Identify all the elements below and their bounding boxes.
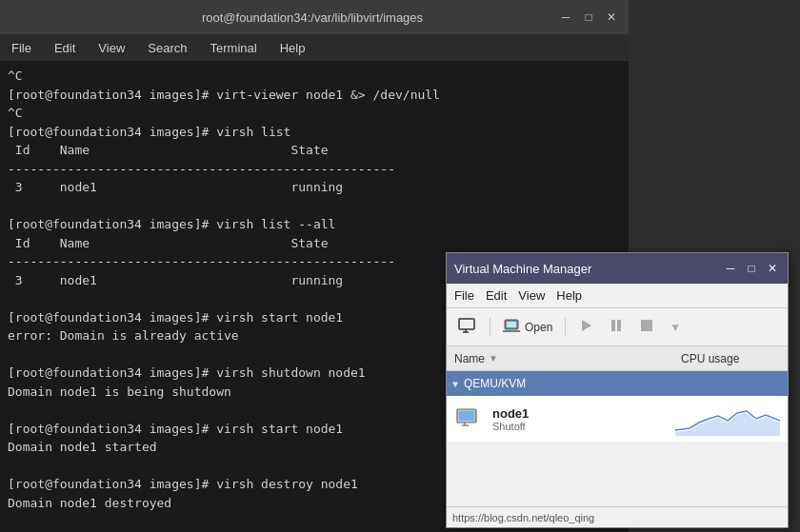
vm-icon (454, 404, 485, 434)
svg-rect-11 (459, 411, 474, 421)
toolbar-separator-2 (565, 318, 566, 337)
menu-terminal[interactable]: Terminal (207, 39, 261, 57)
column-cpu-usage: CPU usage (673, 352, 788, 365)
vmm-menu-file[interactable]: File (454, 288, 474, 303)
pause-icon (609, 318, 624, 336)
chevron-down-icon: ▼ (670, 321, 681, 334)
laptop-icon (503, 318, 522, 336)
svg-rect-0 (459, 319, 474, 329)
monitor-icon (458, 318, 477, 336)
column-header: Name ▼ CPU usage (447, 346, 788, 371)
svg-marker-6 (582, 320, 591, 331)
dropdown-button[interactable]: ▼ (664, 318, 687, 337)
vmm-window: Virtual Machine Manager ─ □ ✕ File Edit … (446, 252, 789, 528)
terminal-window-controls: ─ □ ✕ (558, 10, 619, 25)
svg-rect-4 (507, 322, 516, 327)
menu-file[interactable]: File (8, 39, 35, 57)
pause-button[interactable] (603, 315, 630, 339)
vmm-menu-help[interactable]: Help (556, 288, 582, 303)
vmm-menubar: File Edit View Help (447, 284, 788, 308)
vmm-status-bar: https://blog.csdn.net/qleo_qing (447, 506, 788, 527)
column-name[interactable]: Name ▼ (447, 352, 673, 365)
group-label: QEMU/KVM (464, 377, 526, 390)
menu-help[interactable]: Help (276, 39, 310, 57)
vm-cpu-graph (675, 402, 780, 436)
open-button[interactable]: Open (497, 315, 558, 339)
maximize-button[interactable]: □ (581, 10, 596, 25)
svg-marker-14 (675, 413, 780, 436)
vmm-menu-edit[interactable]: Edit (486, 288, 507, 303)
vmm-close-button[interactable]: ✕ (765, 262, 780, 275)
menu-view[interactable]: View (94, 39, 129, 57)
sort-icon: ▼ (489, 353, 498, 364)
play-icon (578, 318, 593, 336)
svg-rect-9 (641, 320, 652, 331)
vmm-menu-view[interactable]: View (518, 288, 545, 303)
toolbar-separator-1 (490, 318, 490, 337)
minimize-button[interactable]: ─ (558, 10, 573, 25)
vm-row-node1[interactable]: node1 Shutoff (447, 396, 788, 442)
status-url: https://blog.csdn.net/qleo_qing (452, 512, 594, 523)
terminal-title: root@foundation34:/var/lib/libvirt/image… (67, 10, 558, 25)
play-button[interactable] (572, 315, 599, 339)
vmm-window-controls: ─ □ ✕ (723, 262, 780, 275)
svg-rect-7 (611, 320, 615, 331)
close-button[interactable]: ✕ (604, 10, 619, 25)
vmm-minimize-button[interactable]: ─ (723, 262, 738, 275)
stop-icon (639, 318, 654, 336)
vm-name: node1 (492, 406, 675, 421)
vmm-toolbar: Open (447, 308, 788, 346)
svg-rect-8 (617, 320, 621, 331)
menu-search[interactable]: Search (144, 39, 190, 57)
vm-status: Shutoff (492, 421, 675, 432)
vmm-title: Virtual Machine Manager (454, 262, 591, 276)
terminal-menubar: File Edit View Search Terminal Help (0, 34, 629, 61)
qemu-kvm-group[interactable]: ▼ QEMU/KVM (447, 371, 788, 396)
terminal-titlebar: root@foundation34:/var/lib/libvirt/image… (0, 0, 629, 34)
new-vm-button[interactable] (452, 315, 483, 339)
stop-button[interactable] (633, 315, 660, 339)
vmm-titlebar: Virtual Machine Manager ─ □ ✕ (447, 253, 788, 284)
open-label: Open (525, 321, 552, 334)
vmm-maximize-button[interactable]: □ (744, 262, 759, 275)
vm-info: node1 Shutoff (492, 406, 675, 432)
menu-edit[interactable]: Edit (50, 39, 79, 57)
